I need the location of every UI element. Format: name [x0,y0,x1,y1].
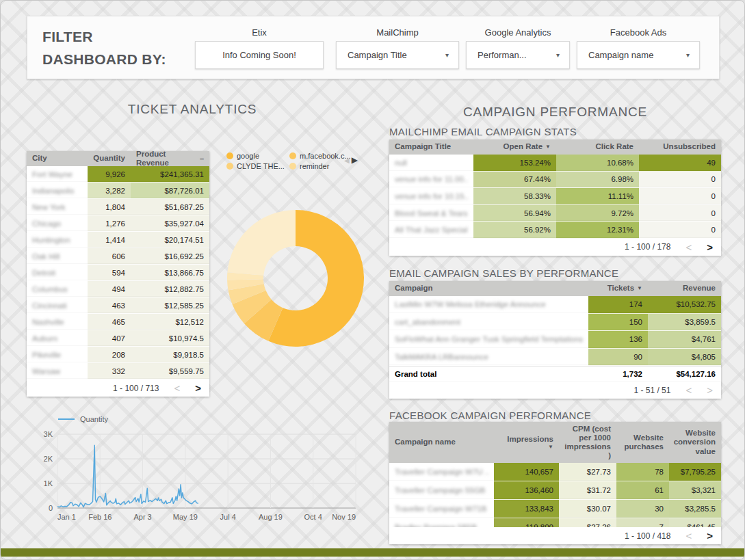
table-row[interactable]: Traveller Campaign 55GB ..136,460$31.726… [389,481,721,500]
mailchimp-section-heading: MAILCHIMP EMAIL CAMPAIGN STATS [389,126,577,137]
column-header-quantity[interactable]: Quantity [88,151,131,166]
redacted-text: Cincinnati [32,302,67,310]
table-row[interactable]: Chicago1,276$35,927.04 [27,215,209,232]
table-cell: 0 [639,205,721,222]
table-row[interactable]: Oak Hill606$16,692.25 [27,248,209,265]
grand-total-value: $54,127.16 [648,366,721,382]
table-row[interactable]: Fort Wayne9,926$241,365.31 [27,166,209,183]
column-header-tickets[interactable]: Tickets▼ [588,281,648,296]
donut-slice-other-3[interactable] [227,210,296,276]
quantity-line-chart[interactable]: 01K2K3KJan 1Feb 16Apr 3May 19Jul 4Aug 19… [28,410,370,527]
table-row[interactable]: Auburn407$10,974.5 [27,330,209,347]
cell-value: 78 [655,468,664,476]
table-row[interactable]: Bradley Premiere 5B5B119,800$27.267$461.… [389,518,721,527]
legend-dot [289,163,296,170]
column-header-cpm-cost-per-1000-impressions[interactable]: CPM (cost per 1000 impressions ) [559,422,616,463]
column-header-product-revenue[interactable]: Product Revenue– [131,151,209,166]
table-row[interactable]: Detroit594$13,866.75 [27,265,209,281]
pagination-next-icon[interactable]: > [707,531,713,541]
table-cell: 208 [88,347,131,363]
table-cell: $10,974.5 [131,330,209,347]
table-row[interactable]: Cincinnati463$12,585.25 [27,297,209,314]
table-cell: 407 [88,330,131,347]
column-header-campaign[interactable]: Campaign [389,281,588,296]
cell-value: 1,276 [105,219,125,228]
cell-value: 56.92% [524,226,551,234]
table-row[interactable]: Warsaw332$9,559.75 [27,363,209,379]
column-header-revenue[interactable]: Revenue [648,281,721,296]
column-header-open-rate[interactable]: Open Rate▼ [473,139,556,155]
donut-chart[interactable] [222,204,369,352]
table-row[interactable]: null153.24%10.68%49 [389,155,721,172]
column-header-label: Campaign Title [395,142,451,151]
table-row[interactable]: Indianapolis3,282$87,726.01 [27,183,209,199]
filter-label-mailchimp: MailChimp [336,27,459,38]
legend-label: m.facebook.c... [300,152,351,160]
cell-value: $461.45 [687,523,716,527]
redacted-text: Chicago [32,219,61,228]
sort-desc-icon: ▼ [545,144,551,150]
table-row[interactable]: venue info for 10.15...58.33%11.11%0 [389,188,721,205]
redacted-text: Nashville [32,318,64,326]
table-row[interactable]: Traveller Campaign W7U ..140,657$27.7378… [389,463,721,481]
pagination-prev-icon[interactable]: < [685,385,692,395]
column-header-unsubscribed[interactable]: Unsubscribed [639,139,721,155]
table-row[interactable]: Columbus494$12,882.75 [27,281,209,297]
facebook-ads-filter-value: Campaign name [577,50,686,60]
cell-value: 136,460 [525,486,553,494]
table-cell: 1,276 [88,215,131,232]
etix-filter-box[interactable]: Info Coming Soon! [195,41,324,69]
table-row[interactable]: Blood Sweat & Tears...56.94%9.72%0 [389,205,721,222]
table-row[interactable]: venue info for 11.00...67.44%6.98%0 [389,172,721,189]
legend-prev-icon[interactable]: ◀ [344,157,350,164]
facebook-ads-filter-dropdown[interactable]: Campaign name ▾ [577,41,700,69]
column-header-impressions[interactable]: Impressions▼ [494,422,559,463]
pagination-next-icon[interactable]: > [707,385,713,395]
table-row[interactable]: All That Jazz Special...56.92%12.31%0 [389,222,721,239]
table-row[interactable]: cart_abandonment150$3,859.5 [389,314,721,332]
table-cell: $7,795.25 [669,463,721,481]
pagination-prev-icon[interactable]: < [685,531,692,541]
table-cell: $9,559.75 [131,363,209,379]
column-header-city[interactable]: City [27,151,88,166]
x-axis-tick-label: Oct 4 [304,513,322,521]
column-header-click-rate[interactable]: Click Rate [556,139,639,155]
chevron-down-icon: ▾ [556,51,569,59]
table-row[interactable]: SoFloWhat Ann Granger Tusk Springfield T… [389,331,721,349]
cell-value: 49 [707,159,716,167]
column-header-label: City [32,154,47,163]
column-header-website-conversion-value[interactable]: Website conversion value [669,422,721,463]
table-cell: 1,804 [88,199,131,215]
cell-value: $4,761 [692,335,716,343]
legend-dot [226,152,233,159]
table-body: LastMin W7W Melissa Etheridge Announce17… [389,296,721,366]
pagination-next-icon[interactable]: > [195,383,201,393]
table-row[interactable]: TalkMAKRA LRBannounce90$4,805 [389,349,721,366]
table-cell: All That Jazz Special... [389,222,473,239]
table-row[interactable]: Traveller Campaign W71B ..133,843$30.073… [389,500,721,518]
table-row[interactable]: Nashville465$12,512 [27,314,209,330]
column-header-website-purchases[interactable]: Website purchases [616,422,669,463]
pagination-prev-icon[interactable]: < [685,242,692,252]
email-section-heading: EMAIL CAMPAIGN SALES BY PERFORMANCE [389,267,618,279]
table-row[interactable]: Huntington1,414$20,174.51 [27,232,209,248]
table-cell: 133,843 [494,500,559,518]
column-header-campaign-name[interactable]: Campaign name [389,422,494,463]
pagination-next-icon[interactable]: > [707,242,713,252]
table-row[interactable]: Pikeville208$9,918.5 [27,347,209,363]
column-header-campaign-title[interactable]: Campaign Title [389,139,473,155]
google-analytics-filter-dropdown[interactable]: Performan... ▾ [466,41,570,69]
table-row[interactable]: LastMin W7W Melissa Etheridge Announce17… [389,296,721,314]
table-cell: 3,282 [88,183,131,199]
table-cell: $27.26 [559,518,616,527]
cell-value: $7,795.25 [681,468,716,476]
x-axis-tick-label: Feb 16 [88,513,112,521]
mailchimp-filter-dropdown[interactable]: Campaign Title ▾ [336,41,459,69]
table-cell: $27.73 [559,463,616,481]
legend-next-icon[interactable]: ▶ [352,155,358,165]
table-row[interactable]: New York1,804$51,687.25 [27,199,209,215]
cell-value: 58.33% [524,192,551,200]
pagination-prev-icon[interactable]: < [174,383,180,393]
cell-value: $51,687.25 [164,203,204,211]
table-cell: $12,882.75 [131,281,209,297]
